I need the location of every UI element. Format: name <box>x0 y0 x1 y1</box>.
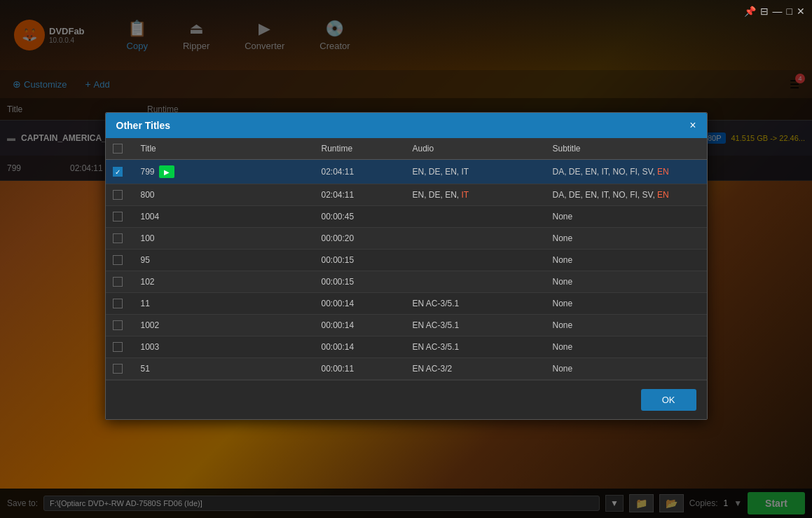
modal-table-header: Title Runtime Audio Subtitle <box>106 138 707 160</box>
row-title-6: 102 <box>134 271 315 292</box>
row-audio-4 <box>406 233 546 244</box>
minimize-button[interactable]: — <box>773 6 783 17</box>
row-check-10[interactable] <box>106 358 134 379</box>
row-audio-8: EN AC-3/5.1 <box>406 315 546 336</box>
row-subtitle-10: None <box>546 358 707 379</box>
row-check-6[interactable] <box>106 271 134 292</box>
pin-button[interactable]: 📌 <box>744 6 756 17</box>
title-num-1003: 1003 <box>141 342 160 352</box>
row-subtitle-2: DA, DE, EN, IT, NO, FI, SV, EN <box>546 184 707 205</box>
other-titles-modal: Other Titles × Title Runtime Audio Subti… <box>105 112 708 420</box>
row-check-7[interactable] <box>106 293 134 314</box>
checkbox-102[interactable] <box>113 277 123 287</box>
checkbox-11[interactable] <box>113 299 123 308</box>
modal-title: Other Titles <box>116 120 171 131</box>
row-subtitle-3: None <box>546 206 707 227</box>
title-num-11: 11 <box>141 299 150 308</box>
window-controls: 📌 ⊟ — □ ✕ <box>744 6 805 17</box>
row-audio-1: EN, DE, EN, IT <box>406 161 546 182</box>
ok-button[interactable]: OK <box>641 389 696 411</box>
row-runtime-7: 00:00:14 <box>315 293 406 314</box>
row-title-4: 100 <box>134 228 315 249</box>
row-check-2[interactable] <box>106 184 134 205</box>
title-num-799: 799 <box>141 167 155 177</box>
table-row: ✓ 799 ▶ 02:04:11 EN, DE, EN, IT DA, DE, … <box>106 160 707 184</box>
table-row: 1003 00:00:14 EN AC-3/5.1 None <box>106 336 707 358</box>
col-header-modal-audio: Audio <box>406 138 546 159</box>
row-title-2: 800 <box>134 184 315 205</box>
row-subtitle-4: None <box>546 228 707 249</box>
modal-footer: OK <box>106 380 707 419</box>
close-button[interactable]: ✕ <box>797 6 805 17</box>
row-audio-5 <box>406 254 546 266</box>
row-runtime-1: 02:04:11 <box>315 161 406 182</box>
modal-overlay: Other Titles × Title Runtime Audio Subti… <box>0 0 812 518</box>
row-title-1: 799 ▶ <box>134 160 315 184</box>
table-row: 1004 00:00:45 None <box>106 206 707 228</box>
checkbox-799[interactable]: ✓ <box>113 167 123 177</box>
row-subtitle-5: None <box>546 250 707 271</box>
row-audio-10: EN AC-3/2 <box>406 358 546 379</box>
row-subtitle-8: None <box>546 315 707 336</box>
row-check-5[interactable] <box>106 250 134 271</box>
row-check-9[interactable] <box>106 336 134 357</box>
row-subtitle-7: None <box>546 293 707 314</box>
play-button-799[interactable]: ▶ <box>159 165 174 178</box>
modal-close-button[interactable]: × <box>689 120 696 131</box>
checkbox-51[interactable] <box>113 364 123 374</box>
row-subtitle-9: None <box>546 336 707 357</box>
table-row: 51 00:00:11 EN AC-3/2 None <box>106 358 707 380</box>
row-audio-9: EN AC-3/5.1 <box>406 336 546 357</box>
row-runtime-8: 00:00:14 <box>315 315 406 336</box>
minimize-tray-button[interactable]: ⊟ <box>760 6 769 17</box>
title-num-800: 800 <box>141 190 155 200</box>
checkbox-1002[interactable] <box>113 320 123 330</box>
col-header-check <box>106 138 134 159</box>
title-num-1002: 1002 <box>141 320 160 330</box>
select-all-checkbox[interactable] <box>113 144 123 154</box>
row-runtime-5: 00:00:15 <box>315 250 406 271</box>
table-row: 102 00:00:15 None <box>106 271 707 293</box>
row-title-8: 1002 <box>134 315 315 336</box>
row-title-5: 95 <box>134 250 315 271</box>
checkbox-800[interactable] <box>113 190 123 200</box>
row-runtime-6: 00:00:15 <box>315 271 406 292</box>
col-header-modal-runtime: Runtime <box>315 138 406 159</box>
check-mark: ✓ <box>115 168 121 176</box>
table-row: 100 00:00:20 None <box>106 228 707 250</box>
row-title-7: 11 <box>134 293 315 314</box>
row-title-9: 1003 <box>134 336 315 357</box>
table-row: 11 00:00:14 EN AC-3/5.1 None <box>106 293 707 315</box>
title-num-51: 51 <box>141 364 150 374</box>
title-num-95: 95 <box>141 255 150 265</box>
checkbox-95[interactable] <box>113 255 123 265</box>
col-header-modal-subtitle: Subtitle <box>546 138 707 159</box>
row-subtitle-6: None <box>546 271 707 292</box>
row-runtime-10: 00:00:11 <box>315 358 406 379</box>
row-runtime-4: 00:00:20 <box>315 228 406 249</box>
row-title-3: 1004 <box>134 206 315 227</box>
table-row: 800 02:04:11 EN, DE, EN, IT DA, DE, EN, … <box>106 184 707 206</box>
row-runtime-9: 00:00:14 <box>315 336 406 357</box>
row-check-3[interactable] <box>106 206 134 227</box>
modal-rows: ✓ 799 ▶ 02:04:11 EN, DE, EN, IT DA, DE, … <box>106 160 707 380</box>
row-runtime-2: 02:04:11 <box>315 184 406 205</box>
row-title-10: 51 <box>134 358 315 379</box>
row-check-1[interactable]: ✓ <box>106 161 134 182</box>
title-num-100: 100 <box>141 233 155 243</box>
col-header-modal-title: Title <box>134 138 315 159</box>
title-num-1004: 1004 <box>141 212 160 221</box>
maximize-button[interactable]: □ <box>787 6 792 17</box>
checkbox-100[interactable] <box>113 233 123 243</box>
row-subtitle-1: DA, DE, EN, IT, NO, FI, SV, EN <box>546 161 707 182</box>
row-audio-6 <box>406 276 546 287</box>
row-runtime-3: 00:00:45 <box>315 206 406 227</box>
modal-header: Other Titles × <box>106 113 707 138</box>
checkbox-1003[interactable] <box>113 342 123 352</box>
row-audio-7: EN AC-3/5.1 <box>406 293 546 314</box>
table-row: 95 00:00:15 None <box>106 250 707 271</box>
row-check-8[interactable] <box>106 315 134 336</box>
row-check-4[interactable] <box>106 228 134 249</box>
row-audio-2: EN, DE, EN, IT <box>406 184 546 205</box>
checkbox-1004[interactable] <box>113 212 123 221</box>
